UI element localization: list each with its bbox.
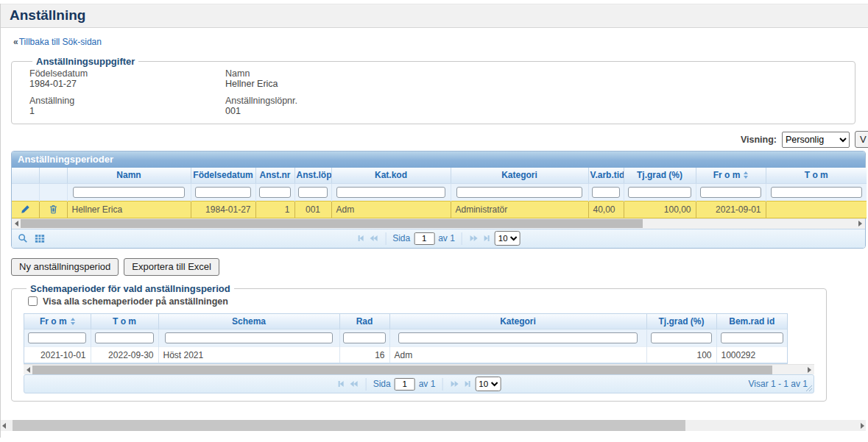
cell-anst-lop: 001: [294, 201, 331, 218]
scroll-right-arrow-icon[interactable]: [861, 423, 864, 429]
col-kat-kod[interactable]: Kat.kod: [331, 168, 451, 183]
col-fr-o-m[interactable]: Fr o m: [24, 314, 91, 329]
col-tj-grad[interactable]: Tj.grad (%): [624, 168, 696, 183]
edit-row-button[interactable]: [12, 201, 39, 218]
last-page-icon[interactable]: [463, 381, 471, 387]
grid-horizontal-scrollbar[interactable]: [24, 364, 814, 374]
filter-v-arb-tid-input[interactable]: [592, 187, 621, 198]
pencil-icon: [16, 204, 35, 214]
first-page-icon[interactable]: [337, 381, 345, 387]
show-all-schedule-label: Visa alla schemaperioder på anställninge…: [43, 296, 228, 307]
col-fodelsedatum[interactable]: Födelsedatum: [191, 168, 255, 183]
col-kategori[interactable]: Kategori: [389, 314, 646, 329]
prev-page-icon[interactable]: [349, 381, 359, 387]
next-page-icon[interactable]: [469, 235, 479, 241]
col-fr-o-m[interactable]: Fr o m: [696, 168, 766, 183]
col-namn[interactable]: Namn: [67, 168, 191, 183]
filter-kat-kod-input[interactable]: [336, 187, 445, 198]
columns-grid-icon[interactable]: [35, 234, 45, 243]
table-header-row: Fr o m T o m Schema Rad Kategori Tj.grad…: [24, 314, 787, 329]
pager-page-input[interactable]: [414, 232, 434, 245]
col-schema[interactable]: Schema: [158, 314, 339, 329]
pager-separator: [385, 232, 386, 245]
col-rad[interactable]: Rad: [339, 314, 389, 329]
filter-kategori-input[interactable]: [456, 187, 582, 198]
filter-fr-o-m-input[interactable]: [700, 187, 762, 198]
page-horizontal-scrollbar[interactable]: [1, 420, 866, 431]
filter-anst-nr-input[interactable]: [259, 187, 292, 198]
view-select[interactable]: Personlig: [782, 132, 850, 148]
schedule-table: Fr o m T o m Schema Rad Kategori Tj.grad…: [24, 314, 787, 364]
next-page-icon[interactable]: [449, 381, 459, 387]
filter-row: [24, 329, 787, 347]
prev-page-icon[interactable]: [368, 235, 378, 241]
col-kategori[interactable]: Kategori: [451, 168, 588, 183]
view-selector-row: Visning: Personlig V: [1, 131, 868, 148]
scrollbar-thumb[interactable]: [32, 366, 772, 374]
show-all-schedule-checkbox[interactable]: [28, 296, 38, 306]
filter-schema-input[interactable]: [165, 332, 332, 343]
delete-row-button[interactable]: [39, 201, 67, 218]
employment-periods-table: Namn Födelsedatum Anst.nr Anst.löp Kat.k…: [12, 168, 867, 218]
page-header: Anställning: [1, 4, 868, 28]
scroll-right-arrow-icon[interactable]: [808, 367, 811, 373]
scroll-left-arrow-icon[interactable]: [27, 367, 30, 373]
new-employment-period-button[interactable]: Ny anställningsperiod: [11, 258, 119, 276]
cell-fr-o-m: 2021-10-01: [24, 347, 91, 363]
col-t-o-m[interactable]: T o m: [91, 314, 158, 329]
filter-t-o-m-input[interactable]: [95, 332, 155, 343]
grid-horizontal-scrollbar[interactable]: [12, 218, 865, 229]
scrollbar-thumb[interactable]: [13, 420, 685, 431]
col-anst-nr[interactable]: Anst.nr: [255, 168, 294, 183]
filter-tj-grad-input[interactable]: [628, 187, 691, 198]
scroll-left-arrow-icon[interactable]: [15, 221, 18, 227]
view-apply-button[interactable]: V: [855, 131, 868, 148]
filter-bem-rad-id-input[interactable]: [721, 332, 783, 343]
col-t-o-m[interactable]: T o m: [766, 168, 867, 183]
pager-page-label: Sida: [373, 379, 391, 389]
filter-fodelsedatum-input[interactable]: [195, 187, 252, 198]
page-title: Anställning: [10, 7, 859, 24]
table-row[interactable]: 2021-10-01 2022-09-30 Höst 2021 16 Adm 1…: [24, 347, 787, 363]
filter-kategori-input[interactable]: [398, 332, 638, 343]
back-to-search-link[interactable]: Tillbaka till Sök-sidan: [19, 37, 102, 47]
table-header-row: Namn Födelsedatum Anst.nr Anst.löp Kat.k…: [12, 168, 867, 183]
view-label: Visning:: [741, 135, 777, 145]
cell-tj-grad: 100,00: [624, 201, 696, 218]
field-label: Namn: [225, 68, 847, 79]
scroll-left-arrow-icon[interactable]: [2, 423, 6, 429]
filter-rad-input[interactable]: [343, 332, 386, 343]
filter-t-o-m-input[interactable]: [771, 187, 862, 198]
col-bem-rad-id[interactable]: Bem.rad id: [716, 314, 787, 329]
col-tj-grad[interactable]: Tj.grad (%): [646, 314, 716, 329]
page-size-select[interactable]: 10: [495, 231, 521, 246]
cell-t-o-m: [766, 201, 867, 218]
filter-tj-grad-input[interactable]: [651, 332, 713, 343]
col-v-arb-tid[interactable]: V.arb.tid: [588, 168, 624, 183]
last-page-icon[interactable]: [483, 235, 491, 241]
scroll-right-arrow-icon[interactable]: [858, 221, 862, 227]
page-size-select[interactable]: 10: [475, 377, 501, 391]
export-excel-button[interactable]: Exportera till Excel: [124, 258, 219, 276]
pager-page-input[interactable]: [395, 378, 415, 391]
scrollbar-thumb[interactable]: [21, 219, 643, 228]
search-icon[interactable]: [18, 233, 28, 243]
trash-icon: [44, 204, 63, 214]
sort-icon[interactable]: [71, 318, 75, 325]
sort-icon[interactable]: [744, 171, 748, 179]
page-container: Anställning «Tillbaka till Sök-sidan Ans…: [0, 4, 868, 438]
pager-separator: [366, 378, 367, 391]
first-page-icon[interactable]: [356, 235, 364, 241]
cell-bem-rad-id: 1000292: [716, 347, 787, 363]
table-row-selected[interactable]: Hellner Erica 1984-01-27 1 001 Adm Admin…: [12, 201, 867, 218]
filter-fr-o-m-input[interactable]: [28, 332, 86, 343]
filter-namn-input[interactable]: [73, 187, 186, 198]
cell-rad: 16: [339, 347, 389, 363]
pager: Sida av 1 10: [356, 231, 521, 246]
filter-anst-lop-input[interactable]: [298, 187, 328, 198]
col-anst-lop[interactable]: Anst.löp: [294, 168, 331, 183]
cell-fr-o-m: 2021-09-01: [696, 201, 766, 218]
filter-row: [12, 183, 867, 201]
schedule-periods-legend: Schemaperioder för vald anställningsperi…: [27, 283, 234, 294]
employment-periods-grid: Anställningsperioder Namn Födelsedatum A…: [11, 151, 866, 249]
